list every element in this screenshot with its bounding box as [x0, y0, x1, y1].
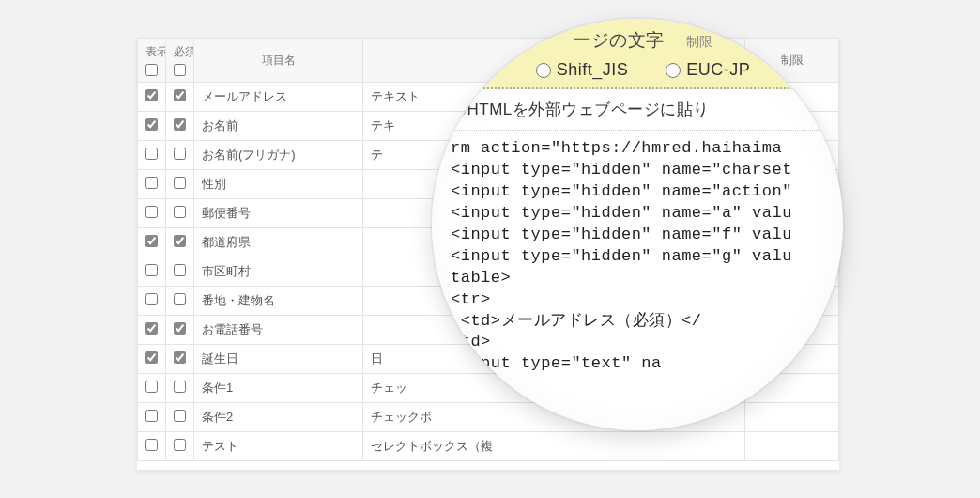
show-checkbox[interactable]	[145, 177, 158, 189]
field-name-cell: テスト	[194, 432, 363, 461]
required-checkbox[interactable]	[174, 235, 186, 247]
col-header-name: 項目名	[194, 39, 363, 83]
required-checkbox[interactable]	[174, 410, 186, 422]
field-name-cell: メールアドレス	[194, 83, 363, 112]
field-name-cell: 誕生日	[194, 345, 363, 374]
required-checkbox[interactable]	[174, 148, 186, 160]
required-checkbox[interactable]	[174, 264, 186, 276]
required-checkbox[interactable]	[174, 206, 186, 218]
field-name-cell: お名前	[194, 112, 363, 141]
col-header-show-label: 表示	[145, 45, 166, 58]
show-checkbox[interactable]	[145, 89, 158, 101]
show-checkbox[interactable]	[145, 118, 158, 131]
charset-radio-shiftjis[interactable]: Shift_JIS	[536, 60, 629, 80]
field-name-cell: 条件2	[194, 403, 363, 432]
required-checkbox[interactable]	[174, 322, 186, 335]
required-checkbox[interactable]	[174, 381, 186, 393]
col-header-required-label: 必須	[174, 45, 194, 58]
required-checkbox[interactable]	[174, 439, 186, 451]
radio-eucjp-label: EUC-JP	[686, 60, 750, 80]
show-checkbox[interactable]	[145, 439, 158, 451]
table-row: テストセレクトボックス（複	[138, 432, 839, 461]
magnifier-overlay: ージの文字 制限 Shift_JIS EUC-JP のHTMLを外部ウェブページ…	[432, 19, 843, 430]
col-header-show: 表示	[138, 39, 166, 83]
required-checkbox[interactable]	[174, 351, 186, 364]
show-checkbox[interactable]	[145, 148, 158, 160]
show-checkbox[interactable]	[145, 264, 158, 276]
show-checkbox[interactable]	[145, 206, 158, 218]
field-name-cell: お電話番号	[194, 316, 363, 345]
required-checkbox[interactable]	[174, 177, 186, 189]
required-checkbox[interactable]	[174, 89, 186, 101]
field-type-cell: セレクトボックス（複	[363, 432, 745, 461]
table-row: 条件2チェックボ	[138, 403, 839, 432]
select-all-required-checkbox[interactable]	[174, 64, 186, 76]
required-checkbox[interactable]	[174, 118, 186, 131]
col-header-required: 必須	[166, 39, 194, 83]
show-checkbox[interactable]	[145, 351, 158, 364]
field-limit-cell	[745, 432, 839, 461]
charset-radio-eucjp[interactable]: EUC-JP	[666, 60, 750, 80]
field-name-cell: 市区町村	[194, 257, 363, 287]
show-checkbox[interactable]	[145, 381, 158, 393]
field-name-cell: 番地・建物名	[194, 287, 363, 316]
field-name-cell: 性別	[194, 170, 363, 199]
html-code-preview: rm action="https://hmred.haihaima <input…	[432, 131, 843, 375]
field-name-cell: 郵便番号	[194, 199, 363, 228]
required-checkbox[interactable]	[174, 293, 186, 305]
show-checkbox[interactable]	[145, 293, 158, 305]
field-name-cell: 条件1	[194, 374, 363, 403]
field-name-cell: お名前(フリガナ)	[194, 141, 363, 170]
field-limit-cell	[745, 403, 839, 432]
show-checkbox[interactable]	[145, 235, 158, 247]
radio-shiftjis-label: Shift_JIS	[557, 60, 629, 80]
show-checkbox[interactable]	[145, 322, 158, 335]
radio-eucjp-input[interactable]	[666, 63, 681, 78]
field-name-cell: 都道府県	[194, 228, 363, 257]
select-all-show-checkbox[interactable]	[145, 64, 158, 76]
radio-shiftjis-input[interactable]	[536, 63, 551, 78]
show-checkbox[interactable]	[145, 410, 158, 422]
html-embed-instruction: のHTMLを外部ウェブページに貼り	[432, 89, 843, 131]
